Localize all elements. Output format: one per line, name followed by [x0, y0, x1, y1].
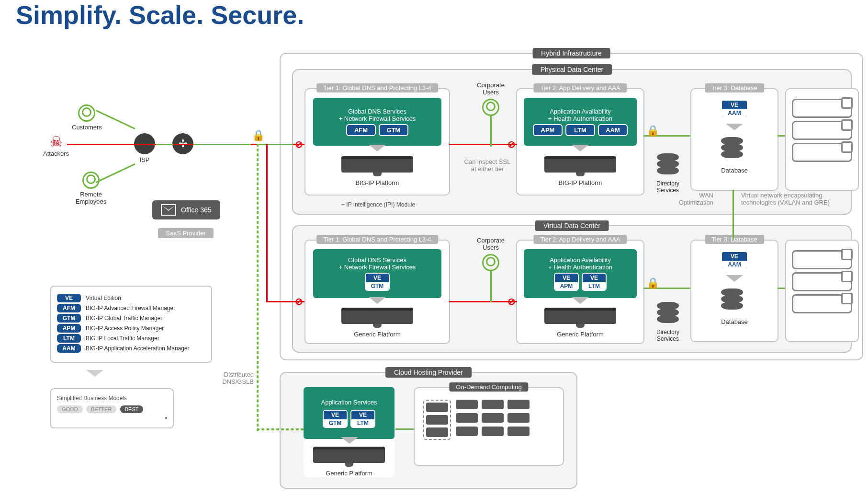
funnel-icon	[572, 297, 589, 304]
legend-text: BIG IP Local Traffic Manager	[86, 335, 159, 342]
saas-provider-label: SaaS Provider	[158, 228, 214, 238]
server-icon	[456, 413, 478, 423]
ondemand-box: On-Demand Computing	[414, 387, 564, 466]
cloud-platform: Generic Platform	[313, 447, 385, 477]
isp: ISP	[134, 133, 155, 163]
pill-best: BEST	[120, 405, 144, 413]
line-attack2	[449, 144, 517, 145]
legend-row: AFMBIG-IP Advanced Firewall Manager	[57, 304, 205, 312]
business-models-box: Simplified Business Models GOOD BETTER B…	[50, 388, 174, 428]
phys-tier1-svc1: Global DNS Services	[348, 108, 406, 115]
funnel-icon	[572, 145, 589, 151]
hybrid-label: Hybrid Infrastructure	[532, 48, 610, 58]
line-dns-vert	[257, 144, 259, 431]
virt-tier1-svc2: + Network Firewall Services	[339, 264, 416, 271]
cloud-shape-icon	[792, 99, 852, 118]
virt-tier3-label: Tier 3: Database	[705, 235, 764, 244]
physical-label: Physical Data Center	[532, 64, 612, 75]
lock-icon: 🔒	[252, 129, 265, 142]
diagram-canvas: Simplify. Scale. Secure. Hybrid Infrastr…	[0, 0, 868, 496]
corp-users-virt: Corporate Users	[469, 237, 512, 271]
grid-shape-icon	[792, 272, 852, 291]
phys-tier2-platform: BIG-IP Platform	[544, 156, 616, 186]
ssl-note: Can inspect SSL at either tier	[463, 158, 511, 173]
phys-tier1-svc: Global DNS Services + Network Firewall S…	[313, 98, 441, 146]
ve-gtm-chip2: VE GTM	[323, 410, 348, 428]
phys-db-label: Database	[691, 167, 778, 174]
network-shape-icon	[792, 143, 852, 162]
office365-box: Office 365	[152, 200, 220, 219]
line-isp	[156, 144, 173, 145]
ve-apm-chip: VE APM	[554, 273, 579, 291]
user-icon	[482, 99, 499, 116]
server-icon	[507, 413, 530, 423]
user-icon	[82, 172, 100, 189]
line-attack-v3	[449, 301, 517, 302]
block-icon: ⊘	[295, 138, 303, 150]
chip-aam: AAM	[598, 124, 628, 136]
virt-tier1-label: Tier 1: Global DNS and Protecting L3-4	[316, 235, 438, 244]
chip-ltm: LTM	[565, 124, 595, 136]
block-icon: ⊘	[507, 138, 516, 150]
vnet-note: Virtual network encapsulating technologi…	[741, 192, 856, 206]
isp-label: ISP	[134, 156, 155, 163]
virt-db-label: Database	[691, 318, 778, 325]
distributed-note: Distributed DNS/GSLB	[216, 371, 254, 385]
server-icon	[456, 400, 478, 409]
ve-ltm-chip: VE LTM	[582, 273, 607, 291]
server-icon	[456, 427, 478, 436]
corp-users-label: Corporate Users	[469, 81, 512, 96]
attackers-label: Attackers	[43, 150, 69, 157]
virt-tier2-svc: Application Availability + Health Authen…	[524, 249, 637, 298]
server-icon	[482, 427, 504, 436]
phys-tier2-svc1: Application Availability	[550, 108, 611, 115]
customers-label: Customers	[72, 124, 102, 131]
server-icon	[482, 413, 504, 423]
phys-tier2-box: Tier 2: App Delivery and AAA Application…	[516, 88, 644, 196]
virt-tier1-box: Tier 1: Global DNS and Protecting L3-4 G…	[304, 240, 450, 344]
user-icon	[482, 254, 499, 271]
phys-vnet-box	[785, 88, 859, 191]
phys-tier1-svc2: + Network Firewall Services	[339, 115, 416, 122]
funnel-icon	[369, 145, 386, 151]
ipi-note: + IP Intelligence (IPI) Module	[335, 201, 421, 208]
virt-vnet-box	[785, 240, 859, 342]
lock-icon: 🔒	[646, 125, 659, 137]
phys-tier1-box: Tier 1: Global DNS and Protecting L3-4 G…	[304, 88, 450, 196]
phys-tier2-svc: Application Availability + Health Authen…	[524, 98, 637, 146]
server-dashed-icon	[423, 400, 451, 440]
line-dns-h	[257, 428, 304, 430]
line-db-v2	[778, 288, 785, 289]
block-icon: ⊘	[295, 296, 303, 307]
skull-icon: ☠	[43, 133, 69, 150]
virt-tier1-svc: Global DNS Services + Network Firewall S…	[313, 249, 441, 298]
legend-text: Virtual Edition	[86, 295, 121, 301]
line-corp2	[490, 271, 492, 302]
pill-good: GOOD	[57, 405, 83, 413]
customers: Customers	[72, 104, 102, 131]
db-icon	[657, 153, 679, 176]
virt-tier1-platform: Generic Platform	[341, 308, 413, 338]
legend-box: VEVirtual Edition AFMBIG-IP Advanced Fir…	[50, 286, 212, 363]
wan-note: WAN Optimization	[670, 192, 713, 206]
cloud-label: Cloud Hosting Provider	[385, 367, 472, 378]
block-icon: ⊘	[507, 296, 516, 307]
phys-dirsvc: Directory Services	[651, 153, 685, 194]
virt-tier1-svc1: Global DNS Services	[348, 256, 406, 264]
envelope-icon	[161, 204, 176, 216]
line-router	[193, 144, 251, 145]
attackers: ☠ Attackers	[43, 133, 69, 157]
ve-aam-chip2: VE AAM	[721, 251, 748, 269]
cloud-appsvc: Application Services VE GTM VE LTM	[304, 387, 395, 439]
cloud-appsvc-box: Application Services VE GTM VE LTM Gener…	[304, 387, 395, 477]
line-in1	[259, 144, 293, 145]
ve-label: VE	[722, 101, 747, 109]
line-corp1	[490, 116, 492, 147]
phys-tier1-platform: BIG-IP Platform	[341, 156, 413, 186]
legend-text: BIG-IP Application Acceleration Manager	[86, 345, 190, 352]
db-icon	[721, 137, 743, 160]
phys-tier3-box: Tier 3: Database VE AAM Database	[690, 88, 778, 191]
legend-text: BIG-IP Access Policy Manager	[86, 325, 164, 332]
grid-shape-icon	[792, 121, 852, 140]
virt-dirsvc: Directory Services	[651, 302, 685, 342]
